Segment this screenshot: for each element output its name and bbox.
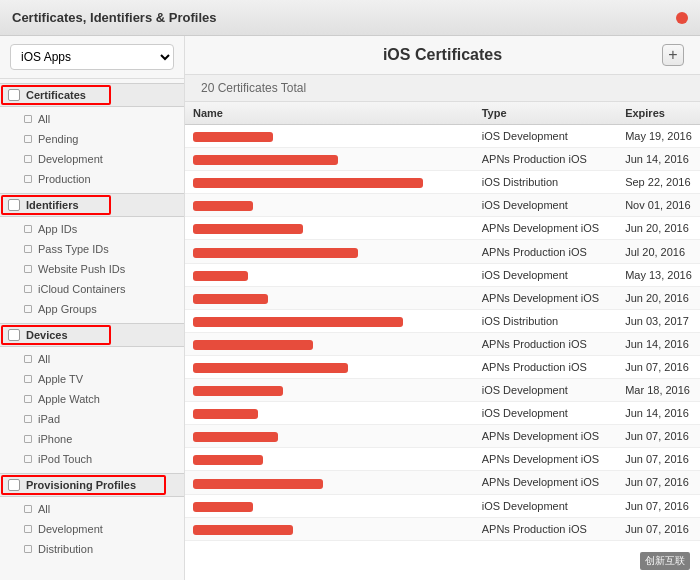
close-button[interactable] xyxy=(676,12,688,24)
table-row[interactable]: APNs Production iOSJun 07, 2016 xyxy=(185,355,700,378)
certificates-table-container: Name Type Expires iOS DevelopmentMay 19,… xyxy=(185,102,700,580)
cell-name xyxy=(185,379,474,402)
cell-expires: Jun 07, 2016 xyxy=(617,355,700,378)
sidebar-dropdown[interactable]: iOS Apps Mac Apps xyxy=(0,36,184,79)
table-row[interactable]: iOS DevelopmentNov 01, 2016 xyxy=(185,194,700,217)
dot-icon xyxy=(24,455,32,463)
dot-icon xyxy=(24,135,32,143)
cell-name xyxy=(185,125,474,148)
sidebar-item-label: Website Push IDs xyxy=(38,263,125,275)
table-row[interactable]: APNs Production iOSJul 20, 2016 xyxy=(185,240,700,263)
sidebar-item-provisioning-development[interactable]: Development xyxy=(0,519,184,539)
table-row[interactable]: iOS DevelopmentMar 18, 2016 xyxy=(185,379,700,402)
column-type[interactable]: Type xyxy=(474,102,617,125)
sidebar-item-certificates-production[interactable]: Production xyxy=(0,169,184,189)
cell-type: APNs Development iOS xyxy=(474,471,617,494)
add-certificate-button[interactable]: + xyxy=(662,44,684,66)
table-row[interactable]: APNs Development iOSJun 07, 2016 xyxy=(185,448,700,471)
dot-icon xyxy=(24,545,32,553)
sidebar-item-label: Distribution xyxy=(38,543,93,555)
table-row[interactable]: iOS DevelopmentMay 13, 2016 xyxy=(185,263,700,286)
sidebar-item-ipad[interactable]: iPad xyxy=(0,409,184,429)
dot-icon xyxy=(24,115,32,123)
watermark: 创新互联 xyxy=(640,552,690,570)
app-type-select[interactable]: iOS Apps Mac Apps xyxy=(10,44,174,70)
table-header-row: Name Type Expires xyxy=(185,102,700,125)
cell-expires: Jun 14, 2016 xyxy=(617,402,700,425)
cell-name xyxy=(185,332,474,355)
table-row[interactable]: iOS DistributionJun 03, 2017 xyxy=(185,309,700,332)
sidebar-item-label: All xyxy=(38,503,50,515)
sidebar-item-label: iCloud Containers xyxy=(38,283,125,295)
content-area: iOS Certificates + 20 Certificates Total… xyxy=(185,36,700,580)
cell-name xyxy=(185,286,474,309)
cell-name xyxy=(185,217,474,240)
cell-name xyxy=(185,355,474,378)
table-row[interactable]: APNs Production iOSJun 14, 2016 xyxy=(185,332,700,355)
sidebar-item-provisioning-all[interactable]: All xyxy=(0,499,184,519)
table-row[interactable]: APNs Production iOSJun 14, 2016 xyxy=(185,148,700,171)
table-row[interactable]: APNs Production iOSJun 07, 2016 xyxy=(185,517,700,540)
sidebar-item-label: iPod Touch xyxy=(38,453,92,465)
table-row[interactable]: APNs Development iOSJun 20, 2016 xyxy=(185,286,700,309)
sidebar-item-apple-watch[interactable]: Apple Watch xyxy=(0,389,184,409)
devices-checkbox xyxy=(8,329,20,341)
sidebar-item-certificates-development[interactable]: Development xyxy=(0,149,184,169)
table-row[interactable]: APNs Development iOSJun 07, 2016 xyxy=(185,425,700,448)
cell-type: iOS Development xyxy=(474,494,617,517)
devices-label: Devices xyxy=(26,329,68,341)
sidebar-item-label: iPhone xyxy=(38,433,72,445)
sidebar-item-ipod-touch[interactable]: iPod Touch xyxy=(0,449,184,469)
dot-icon xyxy=(24,175,32,183)
dot-icon xyxy=(24,395,32,403)
cell-type: iOS Development xyxy=(474,125,617,148)
sidebar-item-certificates-all[interactable]: All xyxy=(0,109,184,129)
sidebar-item-website-push-ids[interactable]: Website Push IDs xyxy=(0,259,184,279)
cell-expires: Jun 14, 2016 xyxy=(617,148,700,171)
cell-type: APNs Development iOS xyxy=(474,448,617,471)
sidebar-item-iphone[interactable]: iPhone xyxy=(0,429,184,449)
devices-header[interactable]: Devices xyxy=(0,323,184,347)
cell-type: iOS Distribution xyxy=(474,171,617,194)
cell-type: APNs Production iOS xyxy=(474,355,617,378)
column-name[interactable]: Name xyxy=(185,102,474,125)
cell-type: APNs Production iOS xyxy=(474,240,617,263)
sidebar-item-icloud-containers[interactable]: iCloud Containers xyxy=(0,279,184,299)
sidebar-item-certificates-pending[interactable]: Pending xyxy=(0,129,184,149)
cell-name xyxy=(185,517,474,540)
certificates-label: Certificates xyxy=(26,89,86,101)
dot-icon xyxy=(24,375,32,383)
table-row[interactable]: iOS DevelopmentJun 07, 2016 xyxy=(185,494,700,517)
dot-icon xyxy=(24,155,32,163)
certificates-header[interactable]: Certificates xyxy=(0,83,184,107)
cell-type: iOS Development xyxy=(474,263,617,286)
cell-expires: Jun 07, 2016 xyxy=(617,494,700,517)
table-row[interactable]: APNs Development iOSJun 07, 2016 xyxy=(185,471,700,494)
cell-expires: Jun 07, 2016 xyxy=(617,471,700,494)
column-expires[interactable]: Expires xyxy=(617,102,700,125)
sidebar-item-provisioning-distribution[interactable]: Distribution xyxy=(0,539,184,559)
identifiers-checkbox xyxy=(8,199,20,211)
table-row[interactable]: APNs Development iOSJun 20, 2016 xyxy=(185,217,700,240)
table-row[interactable]: iOS DistributionSep 22, 2016 xyxy=(185,171,700,194)
provisioning-label: Provisioning Profiles xyxy=(26,479,136,491)
content-title: iOS Certificates xyxy=(223,46,662,64)
sidebar-item-pass-type-ids[interactable]: Pass Type IDs xyxy=(0,239,184,259)
cell-type: iOS Development xyxy=(474,402,617,425)
sidebar-item-app-groups[interactable]: App Groups xyxy=(0,299,184,319)
cell-expires: Jun 20, 2016 xyxy=(617,286,700,309)
identifiers-header[interactable]: Identifiers xyxy=(0,193,184,217)
title-bar-title: Certificates, Identifiers & Profiles xyxy=(12,10,216,25)
certificates-table: Name Type Expires iOS DevelopmentMay 19,… xyxy=(185,102,700,541)
table-row[interactable]: iOS DevelopmentMay 19, 2016 xyxy=(185,125,700,148)
content-header: iOS Certificates + xyxy=(185,36,700,75)
content-sub-header: 20 Certificates Total xyxy=(185,75,700,102)
table-row[interactable]: iOS DevelopmentJun 14, 2016 xyxy=(185,402,700,425)
cell-expires: Jun 14, 2016 xyxy=(617,332,700,355)
cell-expires: Sep 22, 2016 xyxy=(617,171,700,194)
sidebar-item-label: Apple Watch xyxy=(38,393,100,405)
provisioning-header[interactable]: Provisioning Profiles xyxy=(0,473,184,497)
sidebar-item-app-ids[interactable]: App IDs xyxy=(0,219,184,239)
sidebar-item-devices-all[interactable]: All xyxy=(0,349,184,369)
sidebar-item-apple-tv[interactable]: Apple TV xyxy=(0,369,184,389)
